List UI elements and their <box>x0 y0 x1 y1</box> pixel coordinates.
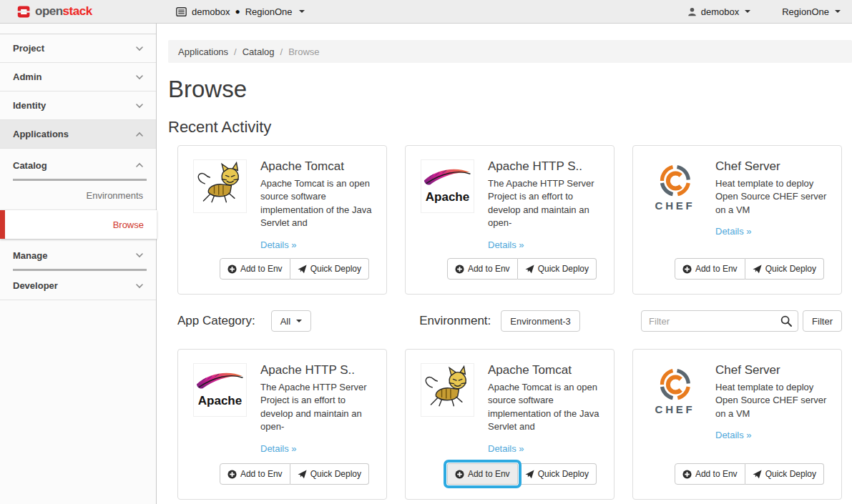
region-menu-label: RegionOne <box>782 6 829 17</box>
app-description: The Apache HTTP Server Project is an eff… <box>488 177 602 230</box>
app-card: Apache Apache HTTP S.. The Apache HTTP S… <box>405 145 614 295</box>
user-menu[interactable]: demobox <box>687 6 750 17</box>
card-actions: Add to Env Quick Deploy <box>675 258 824 280</box>
logo-text-stack: stack <box>63 4 92 18</box>
openstack-logo: openstack <box>0 4 157 19</box>
filter-search <box>641 310 798 332</box>
recent-activity-heading: Recent Activity <box>168 118 852 137</box>
svg-text:CHEF: CHEF <box>655 403 695 415</box>
navbar-right: demobox RegionOne <box>687 6 852 17</box>
sidebar-item-environments[interactable]: Environments <box>0 182 156 210</box>
region-menu[interactable]: RegionOne <box>782 6 841 17</box>
app-title: Chef Server <box>715 159 830 174</box>
recent-activity-grid: Apache Tomcat Apache Tomcat is an open s… <box>177 145 852 295</box>
add-to-env-button[interactable]: Add to Env <box>675 258 745 280</box>
paper-plane-icon <box>525 470 534 479</box>
apache-feather-logo: Apache <box>193 363 247 417</box>
quick-deploy-button[interactable]: Quick Deploy <box>518 463 597 485</box>
app-card: Apache Tomcat Apache Tomcat is an open s… <box>405 349 614 500</box>
sidebar-item-identity[interactable]: Identity <box>0 92 156 120</box>
filter-search-input[interactable] <box>641 310 798 332</box>
add-to-env-button-highlighted[interactable]: Add to Env <box>447 463 518 485</box>
details-link[interactable]: Details » <box>488 443 524 454</box>
paper-plane-icon <box>298 470 307 479</box>
quick-deploy-button[interactable]: Quick Deploy <box>518 258 597 280</box>
environment-select-button[interactable]: Environment-3 <box>501 310 580 332</box>
card-actions: Add to Env Quick Deploy <box>447 258 597 280</box>
details-link[interactable]: Details » <box>715 226 752 237</box>
chef-logo: CHEF <box>648 159 702 213</box>
app-card: Apache Tomcat Apache Tomcat is an open s… <box>177 145 387 295</box>
sidebar-item-project[interactable]: Project <box>0 34 156 63</box>
apache-feather-logo: Apache <box>421 159 474 213</box>
main-content: Applications / Catalog / Browse Browse R… <box>157 24 852 504</box>
page-title: Browse <box>168 76 852 103</box>
chevron-down-icon <box>135 74 144 80</box>
breadcrumb-catalog[interactable]: Catalog <box>243 46 275 57</box>
svg-text:Apache: Apache <box>198 393 242 407</box>
app-category-label: App Category: <box>177 314 255 328</box>
svg-text:CHEF: CHEF <box>655 199 695 212</box>
add-to-env-button[interactable]: Add to Env <box>675 463 745 485</box>
card-actions: Add to Env Quick Deploy <box>220 463 369 485</box>
app-description: Heat template to deploy Open Source CHEF… <box>715 177 830 217</box>
paper-plane-icon <box>525 265 534 274</box>
context-separator-dot: ● <box>235 6 240 16</box>
app-description: Apache Tomcat is an open source software… <box>488 381 602 434</box>
chevron-up-icon <box>135 162 144 168</box>
app-description: The Apache HTTP Server Project is an eff… <box>260 381 375 434</box>
details-link[interactable]: Details » <box>488 239 524 250</box>
app-category-dropdown[interactable]: All <box>271 310 311 332</box>
catalog-results-grid: Apache Apache HTTP S.. The Apache HTTP S… <box>177 349 852 500</box>
app-title: Apache Tomcat <box>488 363 602 377</box>
user-icon <box>687 7 697 16</box>
sidebar-item-manage[interactable]: Manage <box>0 239 156 272</box>
plus-circle-icon <box>682 470 692 479</box>
quick-deploy-button[interactable]: Quick Deploy <box>745 463 824 485</box>
filter-bar: App Category: All Environment: Environme… <box>177 310 842 332</box>
chevron-up-icon <box>135 132 144 137</box>
details-link[interactable]: Details » <box>260 443 297 454</box>
details-link[interactable]: Details » <box>715 430 752 440</box>
paper-plane-icon <box>753 265 762 274</box>
list-alt-icon <box>176 7 187 16</box>
app-card: CHEF Chef Server Heat template to deploy… <box>632 145 842 295</box>
quick-deploy-button[interactable]: Quick Deploy <box>290 258 369 280</box>
details-link[interactable]: Details » <box>260 239 297 250</box>
plus-circle-icon <box>227 470 237 479</box>
sidebar-item-developer[interactable]: Developer <box>0 272 156 300</box>
search-icon <box>780 315 792 327</box>
chevron-down-icon <box>135 283 144 289</box>
plus-circle-icon <box>227 265 237 274</box>
quick-deploy-button[interactable]: Quick Deploy <box>745 258 824 280</box>
project-region-switcher[interactable]: demobox ● RegionOne <box>157 6 305 17</box>
environment-label: Environment: <box>419 314 491 328</box>
chef-logo: CHEF <box>648 363 702 417</box>
app-card: CHEF Chef Server Heat template to deploy… <box>632 349 842 500</box>
logo-text-open: open <box>35 4 63 18</box>
plus-circle-icon <box>455 265 464 274</box>
card-actions: Add to Env Quick Deploy <box>220 258 369 280</box>
app-description: Heat template to deploy Open Source CHEF… <box>715 381 830 420</box>
card-actions: Add to Env Quick Deploy <box>447 463 597 485</box>
paper-plane-icon <box>298 265 307 274</box>
app-description: Apache Tomcat is an open source software… <box>260 177 375 230</box>
add-to-env-button[interactable]: Add to Env <box>447 258 518 280</box>
openstack-box-icon <box>17 5 31 19</box>
add-to-env-button[interactable]: Add to Env <box>220 258 290 280</box>
app-title: Apache Tomcat <box>260 159 375 174</box>
tomcat-logo <box>421 363 474 417</box>
chevron-down-icon <box>835 10 841 13</box>
filter-submit-button[interactable]: Filter <box>803 310 842 332</box>
add-to-env-button[interactable]: Add to Env <box>220 463 290 485</box>
sidebar: Project Admin Identity Applications Cata… <box>0 24 157 504</box>
quick-deploy-button[interactable]: Quick Deploy <box>290 463 369 485</box>
sidebar-item-admin[interactable]: Admin <box>0 63 156 92</box>
sidebar-item-applications[interactable]: Applications <box>0 120 156 149</box>
breadcrumb-applications[interactable]: Applications <box>178 46 228 57</box>
user-menu-label: demobox <box>701 6 739 17</box>
sidebar-item-browse[interactable]: Browse <box>0 210 157 239</box>
top-navbar: openstack demobox ● RegionOne demobox Re… <box>0 0 852 24</box>
paper-plane-icon <box>753 470 762 479</box>
sidebar-item-catalog[interactable]: Catalog <box>0 149 156 182</box>
